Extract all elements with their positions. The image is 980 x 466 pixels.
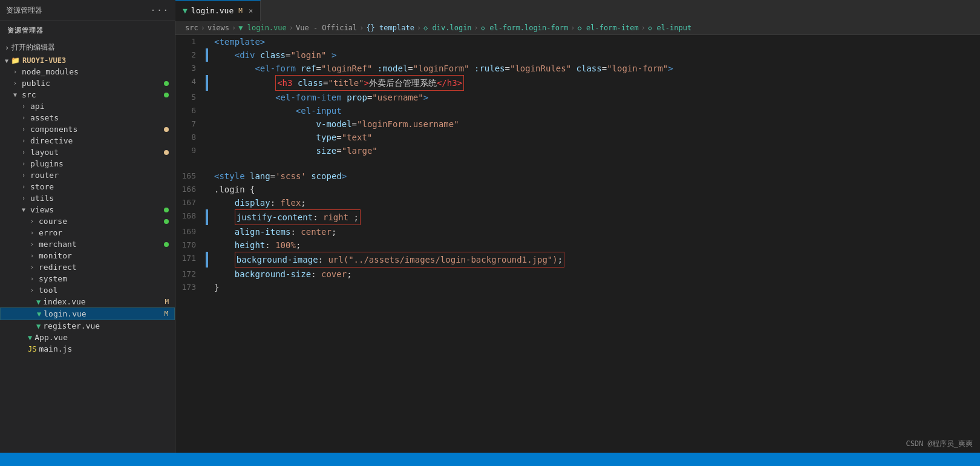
tab-filename: login.vue [191, 6, 234, 15]
sidebar-item-course[interactable]: › course [0, 215, 175, 227]
sidebar-item-system[interactable]: › system [0, 273, 175, 284]
code-line-170: 170 height: 100%; [175, 238, 980, 252]
code-container[interactable]: 1 <template> 2 <div class="login" > 3 <e… [175, 35, 980, 453]
sidebar-item-views[interactable]: ▼ views [0, 204, 175, 215]
code-line-8: 8 type="text" [175, 131, 980, 144]
sidebar-title-area: 资源管理器 ··· [0, 5, 175, 16]
modified-badge: M [164, 310, 168, 318]
tab-close-button[interactable]: × [249, 7, 253, 15]
sidebar-header: 资源管理器 [0, 21, 175, 40]
status-bar [0, 453, 980, 466]
code-line-7: 7 v-model="loginForm.username" [175, 117, 980, 131]
arrow-icon: ▼ [2, 57, 11, 64]
sidebar-item-store[interactable]: › store [0, 181, 175, 192]
open-editors-section[interactable]: › 打开的编辑器 [0, 40, 175, 55]
top-bar: 资源管理器 ··· ▼ login.vue M × [0, 0, 980, 21]
sidebar-title: 资源管理器 [6, 5, 42, 16]
status-dot [164, 81, 169, 86]
status-dot [164, 219, 169, 224]
code-line-1: 1 <template> [175, 35, 980, 48]
sidebar-item-tool[interactable]: › tool [0, 284, 175, 296]
code-line-4: 4 <h3 class="title">外卖后台管理系统</h3> [175, 75, 980, 91]
sidebar-item-error[interactable]: › error [0, 227, 175, 238]
code-line-171: 171 background-image: url("../assets/ima… [175, 252, 980, 267]
sidebar-item-node-modules[interactable]: › node_modules [0, 66, 175, 77]
sidebar-item-login-vue[interactable]: › ▼ login.vue M [0, 307, 175, 320]
sidebar-item-plugins[interactable]: › plugins [0, 158, 175, 169]
status-dot [164, 208, 169, 212]
code-line-165: 165 <style lang='scss' scoped> [175, 169, 980, 183]
vue-file-icon: ▼ [36, 322, 41, 330]
code-line-2: 2 <div class="login" > [175, 48, 980, 62]
code-line-166: 166 .login { [175, 183, 980, 196]
tab-modified-badge: M [238, 7, 243, 15]
js-file-icon: JS [28, 345, 36, 353]
tab-login-vue[interactable]: ▼ login.vue M × [175, 0, 261, 21]
breadcrumb: src › views › ▼ login.vue › Vue - Offici… [175, 21, 980, 35]
code-line-3: 3 <el-form ref="loginRef" :model="loginF… [175, 62, 980, 75]
sidebar-item-register-vue[interactable]: › ▼ register.vue [0, 320, 175, 332]
sidebar-item-root[interactable]: ▼ 📁 RUOYI-VUE3 [0, 55, 175, 66]
sidebar-item-public[interactable]: › public [0, 77, 175, 89]
sidebar-item-router[interactable]: › router [0, 169, 175, 181]
sidebar-item-assets[interactable]: › assets [0, 112, 175, 123]
sidebar-item-app-vue[interactable]: › ▼ App.vue [0, 332, 175, 343]
sidebar-item-directive[interactable]: › directive [0, 135, 175, 146]
chevron-right-icon: › [5, 44, 9, 52]
tab-area: ▼ login.vue M × [175, 0, 980, 21]
root-label: RUOYI-VUE3 [22, 56, 66, 65]
sidebar-item-layout[interactable]: › layout [0, 146, 175, 158]
code-line-168: 168 justify-content: right ; [175, 209, 980, 225]
sidebar-item-redirect[interactable]: › redirect [0, 261, 175, 273]
code-line-9: 9 size="large" [175, 144, 980, 157]
vue-tab-icon: ▼ [183, 6, 188, 15]
sidebar-item-utils[interactable]: › utils [0, 192, 175, 204]
status-dot [164, 242, 169, 247]
status-dot [164, 93, 169, 97]
sidebar-item-index-vue[interactable]: › ▼ index.vue M [0, 296, 175, 307]
sidebar-item-merchant[interactable]: › merchant [0, 238, 175, 250]
sidebar-ellipsis: ··· [151, 5, 169, 15]
sidebar-item-main-js[interactable]: › JS main.js [0, 343, 175, 355]
vue-file-icon: ▼ [28, 333, 32, 342]
code-line-169: 169 align-items: center; [175, 225, 980, 238]
code-gap [175, 157, 980, 169]
code-line-5: 5 <el-form-item prop="username"> [175, 91, 980, 104]
sidebar-item-monitor[interactable]: › monitor [0, 250, 175, 261]
editor-area[interactable]: src › views › ▼ login.vue › Vue - Offici… [175, 21, 980, 453]
code-line-167: 167 display: flex; [175, 196, 980, 209]
sidebar-item-api[interactable]: › api [0, 100, 175, 112]
sidebar: 资源管理器 › 打开的编辑器 ▼ 📁 RUOYI-VUE3 › node_mod… [0, 21, 175, 453]
modified-badge: M [165, 298, 169, 306]
vue-file-icon: ▼ [36, 298, 41, 306]
code-line-172: 172 background-size: cover; [175, 267, 980, 281]
status-dot [164, 127, 169, 132]
code-line-6: 6 <el-input [175, 104, 980, 117]
watermark: CSDN @程序员_爽爽 [906, 439, 973, 449]
main-area: 资源管理器 › 打开的编辑器 ▼ 📁 RUOYI-VUE3 › node_mod… [0, 21, 980, 453]
status-dot [164, 150, 169, 155]
sidebar-item-src[interactable]: ▼ src [0, 89, 175, 100]
folder-icon: 📁 [11, 56, 20, 65]
sidebar-item-components[interactable]: › components [0, 123, 175, 135]
vue-file-icon: ▼ [37, 310, 41, 318]
code-line-173: 173 } [175, 281, 980, 294]
